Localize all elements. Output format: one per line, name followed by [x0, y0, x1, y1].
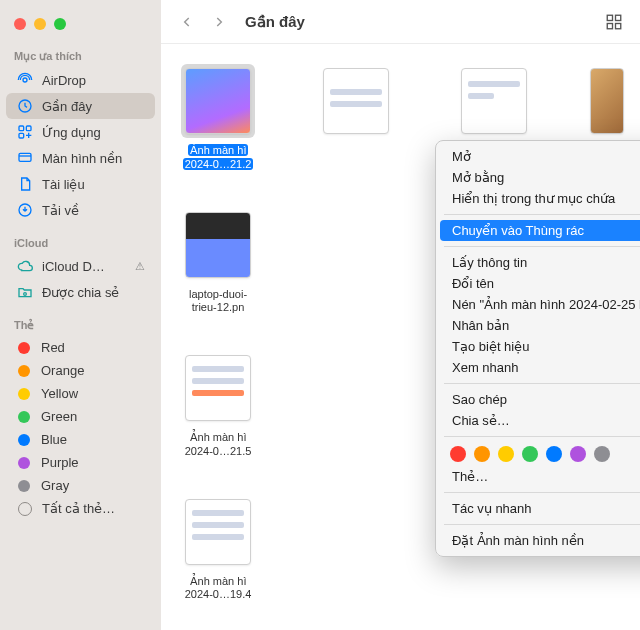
sidebar-item-label: Red [41, 340, 65, 355]
tags-header: Thẻ [0, 313, 161, 336]
sidebar-item-label: Tất cả thẻ… [42, 501, 115, 516]
sidebar-item-label: Được chia sẻ [42, 285, 119, 300]
airdrop-icon [16, 71, 34, 89]
svg-rect-9 [616, 15, 621, 20]
tag-color-blue[interactable] [546, 446, 562, 462]
tag-color-red[interactable] [450, 446, 466, 462]
tag-color-green[interactable] [522, 446, 538, 462]
sidebar-item-recents[interactable]: Gần đây [6, 93, 155, 119]
zoom-window-button[interactable] [54, 18, 66, 30]
menu-copy[interactable]: Sao chép [436, 389, 640, 410]
tag-color-yellow[interactable] [498, 446, 514, 462]
sidebar-item-label: iCloud D… [42, 259, 105, 274]
sidebar-item-label: Purple [41, 455, 79, 470]
sidebar-item-label: Gray [41, 478, 69, 493]
file-caption: Ảnh màn hì2024-0…19.4 [185, 575, 252, 603]
tag-dot-icon [18, 388, 30, 400]
svg-rect-4 [19, 133, 24, 138]
document-icon [16, 175, 34, 193]
menu-separator [444, 436, 640, 437]
menu-show-enclosing[interactable]: Hiển thị trong thư mục chứa [436, 188, 640, 209]
sidebar-item-label: Ứng dụng [42, 125, 101, 140]
file-caption: Ảnh màn hì2024-0…21.2 [183, 144, 254, 172]
svg-rect-3 [26, 126, 31, 131]
svg-rect-8 [607, 15, 612, 20]
sidebar-tag-yellow[interactable]: Yellow [6, 382, 155, 405]
file-thumbnail [181, 495, 255, 569]
forward-button[interactable] [205, 8, 233, 36]
finder-window: Mục ưa thích AirDrop Gần đây Ứng dụng Mà… [0, 0, 640, 630]
tag-dot-icon [18, 480, 30, 492]
menu-rename[interactable]: Đổi tên [436, 273, 640, 294]
sidebar-item-documents[interactable]: Tài liệu [6, 171, 155, 197]
svg-rect-2 [19, 126, 24, 131]
menu-open-with[interactable]: Mở bằng› [436, 167, 640, 188]
favorites-header: Mục ưa thích [0, 44, 161, 67]
cloud-icon [16, 257, 34, 275]
file-caption: Ảnh màn hì2024-0…21.5 [185, 431, 252, 459]
sidebar-item-airdrop[interactable]: AirDrop [6, 67, 155, 93]
file-item[interactable]: Ảnh màn hì2024-0…21.5 [173, 351, 263, 459]
menu-compress[interactable]: Nén "Ảnh màn hình 2024-02-25 lúc 21.23.0… [436, 294, 640, 315]
sidebar-item-icloud-drive[interactable]: iCloud D… ⚠︎ [6, 253, 155, 279]
menu-share[interactable]: Chia sẻ… [436, 410, 640, 431]
menu-quicklook[interactable]: Xem nhanh [436, 357, 640, 378]
svg-rect-5 [19, 153, 31, 161]
sidebar: Mục ưa thích AirDrop Gần đây Ứng dụng Mà… [0, 0, 161, 630]
sidebar-item-label: Tài liệu [42, 177, 85, 192]
sidebar-tag-orange[interactable]: Orange [6, 359, 155, 382]
desktop-icon [16, 149, 34, 167]
tag-dot-icon [18, 342, 30, 354]
sidebar-item-label: Tải về [42, 203, 79, 218]
back-button[interactable] [173, 8, 201, 36]
svg-point-7 [24, 293, 27, 296]
close-window-button[interactable] [14, 18, 26, 30]
menu-make-alias[interactable]: Tạo biệt hiệu [436, 336, 640, 357]
toolbar: Gần đây [161, 0, 640, 44]
minimize-window-button[interactable] [34, 18, 46, 30]
menu-duplicate[interactable]: Nhân bản [436, 315, 640, 336]
svg-rect-11 [616, 23, 621, 28]
sidebar-item-desktop[interactable]: Màn hình nền [6, 145, 155, 171]
tag-color-orange[interactable] [474, 446, 490, 462]
menu-separator [444, 214, 640, 215]
file-item[interactable]: laptop-duoi-trieu-12.pn [173, 208, 263, 316]
sidebar-tag-gray[interactable]: Gray [6, 474, 155, 497]
menu-open[interactable]: Mở [436, 146, 640, 167]
file-item[interactable]: Ảnh màn hì2024-0…21.2 [173, 64, 263, 172]
menu-quick-actions[interactable]: Tác vụ nhanh› [436, 498, 640, 519]
sidebar-item-downloads[interactable]: Tải về [6, 197, 155, 223]
sidebar-item-label: Gần đây [42, 99, 92, 114]
sidebar-all-tags[interactable]: Tất cả thẻ… [6, 497, 155, 520]
menu-tags[interactable]: Thẻ… [436, 466, 640, 487]
menu-separator [444, 246, 640, 247]
menu-separator [444, 492, 640, 493]
menu-separator [444, 383, 640, 384]
sidebar-item-label: AirDrop [42, 73, 86, 88]
tag-color-gray[interactable] [594, 446, 610, 462]
sidebar-tag-red[interactable]: Red [6, 336, 155, 359]
tag-color-purple[interactable] [570, 446, 586, 462]
sidebar-tag-blue[interactable]: Blue [6, 428, 155, 451]
sidebar-item-applications[interactable]: Ứng dụng [6, 119, 155, 145]
sidebar-item-label: Yellow [41, 386, 78, 401]
sidebar-tag-purple[interactable]: Purple [6, 451, 155, 474]
sidebar-item-label: Màn hình nền [42, 151, 122, 166]
menu-tag-colors [436, 442, 640, 466]
shared-folder-icon [16, 283, 34, 301]
menu-move-to-trash[interactable]: Chuyển vào Thùng rác [440, 220, 640, 241]
file-thumbnail [181, 64, 255, 138]
tag-dot-icon [18, 411, 30, 423]
sidebar-tag-green[interactable]: Green [6, 405, 155, 428]
file-item[interactable] [311, 64, 401, 172]
menu-set-wallpaper[interactable]: Đặt Ảnh màn hình nền [436, 530, 640, 551]
view-mode-button[interactable] [600, 8, 628, 36]
menu-separator [444, 524, 640, 525]
menu-get-info[interactable]: Lấy thông tin [436, 252, 640, 273]
clock-icon [16, 97, 34, 115]
file-thumbnail [319, 64, 393, 138]
file-item[interactable]: Ảnh màn hì2024-0…19.4 [173, 495, 263, 603]
window-title: Gần đây [245, 13, 305, 31]
sidebar-item-label: Orange [41, 363, 84, 378]
sidebar-item-shared[interactable]: Được chia sẻ [6, 279, 155, 305]
